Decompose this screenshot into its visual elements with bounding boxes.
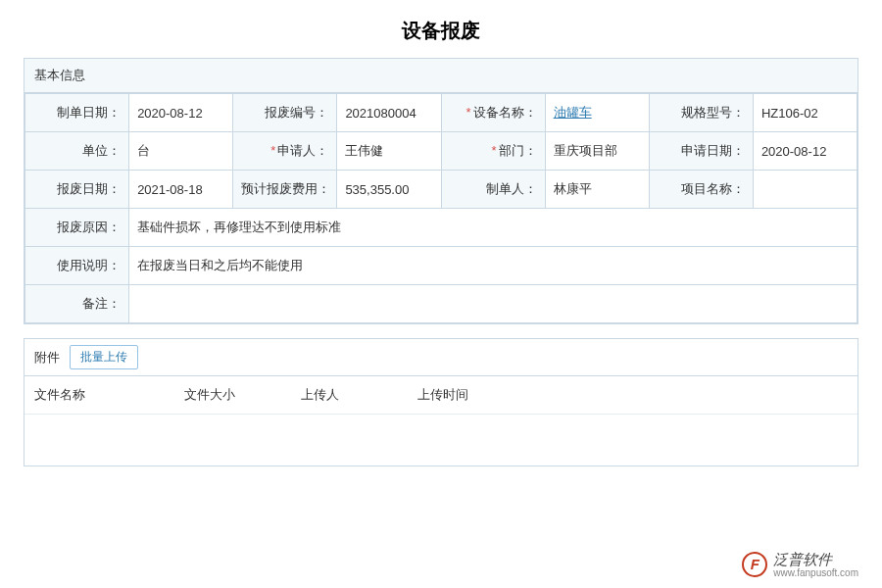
- attachment-table: 文件名称 文件大小 上传人 上传时间: [24, 376, 858, 466]
- label-unit: 单位：: [25, 132, 129, 171]
- value-dept: 重庆项目部: [545, 132, 649, 171]
- col-uploader: 上传人: [291, 376, 408, 415]
- value-est-cost: 535,355.00: [337, 171, 441, 209]
- value-reason: 基础件损坏，再修理达不到使用标准: [129, 209, 858, 247]
- label-applicant: *申请人：: [233, 132, 337, 171]
- label-remark: 备注：: [25, 285, 129, 323]
- label-equip-name: *设备名称：: [441, 94, 545, 132]
- value-spec: HZ106-02: [753, 94, 857, 132]
- basic-info-header: 基本信息: [24, 59, 858, 93]
- logo-icon: [742, 552, 767, 577]
- basic-info-table: 制单日期： 2020-08-12 报废编号： 2021080004 *设备名称：…: [24, 93, 858, 323]
- page-title: 设备报废: [0, 0, 882, 58]
- value-apply-date: 2020-08-12: [753, 132, 857, 171]
- attachment-empty-row: [24, 415, 858, 466]
- value-unit: 台: [129, 132, 233, 171]
- label-create-date: 制单日期：: [25, 94, 129, 132]
- label-apply-date: 申请日期：: [649, 132, 753, 171]
- batch-upload-button[interactable]: 批量上传: [70, 345, 138, 369]
- value-project: [753, 171, 857, 209]
- value-maker: 林康平: [545, 171, 649, 209]
- label-scrap-no: 报废编号：: [233, 94, 337, 132]
- col-upload-time: 上传时间: [408, 376, 558, 415]
- value-create-date: 2020-08-12: [129, 94, 233, 132]
- label-reason: 报废原因：: [25, 209, 129, 247]
- label-project: 项目名称：: [649, 171, 753, 209]
- label-est-cost: 预计报废费用：: [233, 171, 337, 209]
- label-scrap-date: 报废日期：: [25, 171, 129, 209]
- col-blank-3: [708, 376, 783, 415]
- value-usage: 在报废当日和之后均不能使用: [129, 247, 858, 285]
- logo-text-url: www.fanpusoft.com: [773, 567, 858, 578]
- value-scrap-date: 2021-08-18: [129, 171, 233, 209]
- basic-info-panel: 基本信息 制单日期： 2020-08-12 报废编号： 2021080004 *…: [24, 58, 858, 324]
- attachment-title: 附件: [34, 349, 60, 367]
- value-equip-name[interactable]: 油罐车: [545, 94, 649, 132]
- value-applicant: 王伟健: [337, 132, 441, 171]
- logo-text-cn: 泛普软件: [773, 552, 858, 568]
- attachment-header: 附件 批量上传: [24, 339, 858, 376]
- col-file-name: 文件名称: [24, 376, 174, 415]
- label-spec: 规格型号：: [649, 94, 753, 132]
- brand-logo: 泛普软件 www.fanpusoft.com: [742, 552, 858, 579]
- value-remark: [129, 285, 858, 323]
- value-scrap-no: 2021080004: [337, 94, 441, 132]
- label-dept: *部门：: [441, 132, 545, 171]
- label-maker: 制单人：: [441, 171, 545, 209]
- col-blank-1: [558, 376, 633, 415]
- label-usage: 使用说明：: [25, 247, 129, 285]
- col-file-size: 文件大小: [174, 376, 291, 415]
- col-blank-4: [783, 376, 858, 415]
- col-blank-2: [633, 376, 709, 415]
- attachment-panel: 附件 批量上传 文件名称 文件大小 上传人 上传时间: [24, 338, 858, 466]
